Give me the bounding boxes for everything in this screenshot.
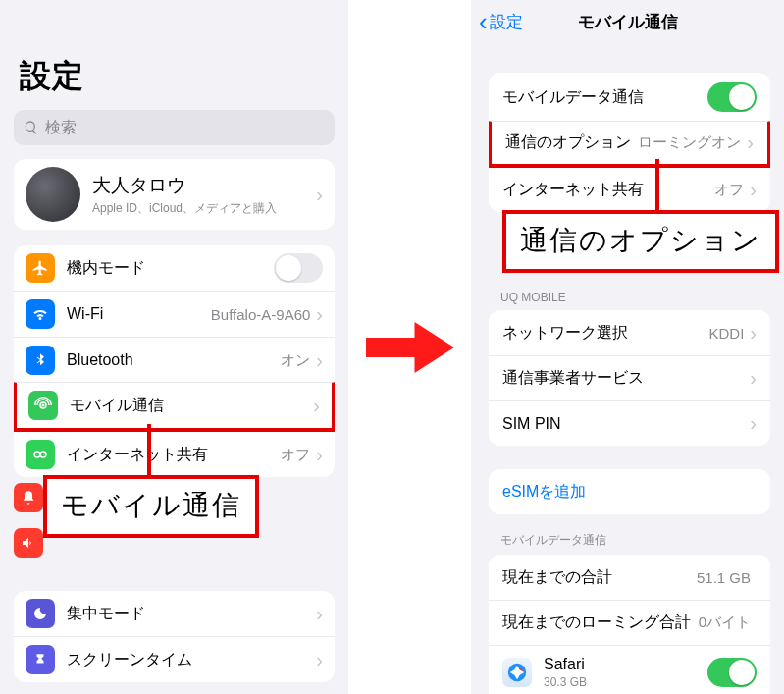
chevron-right-icon: ›	[316, 604, 323, 623]
airplane-label: 機内モード	[67, 258, 274, 279]
carrier-services-label: 通信事業者サービス	[502, 368, 750, 389]
safari-toggle[interactable]	[707, 658, 757, 687]
sim-pin-row[interactable]: SIM PIN ›	[489, 400, 770, 446]
carrier-services-row[interactable]: 通信事業者サービス ›	[489, 355, 770, 400]
chevron-right-icon: ›	[750, 322, 757, 345]
bluetooth-row[interactable]: Bluetooth オン ›	[14, 337, 335, 383]
page-title: 設定	[14, 45, 335, 110]
bluetooth-value: オン	[281, 351, 310, 370]
search-input[interactable]: 検索	[14, 110, 335, 145]
nav-title: モバイル通信	[578, 11, 678, 33]
callout-options: 通信のオプション	[502, 210, 779, 273]
usage-roaming-value: 0バイト	[699, 614, 751, 632]
cellular-data-label: モバイルデータ通信	[502, 87, 707, 108]
notifications-icon	[14, 483, 43, 512]
focus-group: 集中モード › スクリーンタイム ›	[14, 591, 335, 682]
chevron-right-icon: ›	[316, 304, 323, 324]
hotspot-icon	[26, 440, 55, 469]
cellular-data-row[interactable]: モバイルデータ通信	[489, 73, 770, 122]
svg-point-2	[40, 452, 46, 457]
hotspot-label: インターネット共有	[502, 180, 714, 200]
usage-total-row: 現在までの合計 51.1 GB	[489, 555, 770, 600]
usage-roaming-row: 現在までのローミング合計 0バイト	[489, 600, 770, 645]
data-options-label: 通信のオプション	[505, 133, 638, 153]
chevron-right-icon: ›	[750, 412, 757, 435]
add-esim-label: eSIMを追加	[502, 482, 757, 503]
hotspot-value: オフ	[714, 181, 744, 199]
chevron-right-icon: ›	[750, 367, 757, 390]
data-options-row[interactable]: 通信のオプション ローミングオン ›	[489, 121, 770, 168]
usage-safari-row[interactable]: Safari 30.3 GB	[489, 645, 770, 694]
network-value: KDDI	[708, 325, 744, 342]
usage-total-value: 51.1 GB	[697, 569, 751, 586]
wifi-icon	[26, 299, 55, 329]
profile-name: 大人タロウ	[92, 173, 316, 198]
network-selection-row[interactable]: ネットワーク選択 KDDI ›	[489, 310, 770, 355]
cellular-row[interactable]: モバイル通信 ›	[14, 382, 335, 432]
safari-icon	[502, 658, 532, 687]
chevron-right-icon: ›	[316, 650, 323, 669]
safari-size: 30.3 GB	[544, 675, 707, 689]
chevron-right-icon: ›	[750, 179, 757, 201]
arrow-divider	[348, 0, 471, 694]
connectivity-group: 機内モード Wi-Fi Buffalo-A-9A60 › Bluetooth	[14, 245, 335, 477]
hotspot-label: インターネット共有	[67, 445, 281, 465]
airplane-mode-row[interactable]: 機内モード	[14, 245, 335, 291]
sounds-icon	[14, 528, 43, 558]
search-placeholder: 検索	[45, 118, 77, 138]
search-icon	[24, 120, 39, 135]
airplane-toggle[interactable]	[274, 253, 323, 283]
focus-label: 集中モード	[67, 604, 316, 624]
usage-roaming-label: 現在までのローミング合計	[502, 613, 699, 633]
chevron-right-icon: ›	[316, 185, 323, 204]
carrier-header: UQ MOBILE	[489, 273, 770, 310]
hourglass-icon	[26, 645, 55, 674]
airplane-icon	[26, 253, 55, 283]
chevron-left-icon: ‹	[479, 7, 488, 37]
avatar	[26, 167, 80, 222]
settings-screen: 設定 検索 大人タロウ Apple ID、iCloud、メディアと購入 ›	[0, 0, 348, 694]
chevron-right-icon: ›	[313, 396, 320, 415]
svg-point-0	[42, 404, 45, 407]
nav-bar: ‹ 設定 モバイル通信	[471, 0, 784, 43]
hotspot-value: オフ	[281, 446, 310, 464]
chevron-right-icon: ›	[316, 350, 323, 370]
callout-cellular: モバイル通信	[43, 475, 259, 538]
personal-hotspot-row[interactable]: インターネット共有 オフ ›	[489, 167, 770, 212]
network-label: ネットワーク選択	[502, 323, 708, 344]
focus-row[interactable]: 集中モード ›	[14, 591, 335, 636]
bluetooth-label: Bluetooth	[67, 351, 281, 369]
profile-card[interactable]: 大人タロウ Apple ID、iCloud、メディアと購入 ›	[14, 159, 335, 230]
safari-name: Safari	[544, 656, 707, 673]
chevron-right-icon: ›	[316, 445, 323, 464]
back-button[interactable]: ‹ 設定	[479, 0, 523, 43]
back-label: 設定	[490, 11, 523, 33]
cellular-data-toggle[interactable]	[707, 82, 757, 112]
screentime-label: スクリーンタイム	[67, 650, 316, 670]
wifi-row[interactable]: Wi-Fi Buffalo-A-9A60 ›	[14, 291, 335, 337]
cellular-label: モバイル通信	[70, 396, 313, 416]
usage-total-label: 現在までの合計	[502, 567, 697, 588]
moon-icon	[26, 599, 55, 628]
usage-header: モバイルデータ通信	[489, 514, 770, 555]
chevron-right-icon: ›	[747, 132, 754, 154]
wifi-value: Buffalo-A-9A60	[211, 306, 310, 323]
bluetooth-icon	[26, 346, 55, 375]
profile-sub: Apple ID、iCloud、メディアと購入	[92, 200, 316, 217]
screentime-row[interactable]: スクリーンタイム ›	[14, 636, 335, 682]
wifi-label: Wi-Fi	[67, 305, 211, 323]
arrow-right-icon	[366, 313, 454, 382]
antenna-icon	[28, 391, 58, 420]
cellular-screen: ‹ 設定 モバイル通信 モバイルデータ通信 通信のオプション ローミングオン ›…	[471, 0, 784, 694]
data-options-value: ローミングオン	[638, 133, 741, 152]
hotspot-row[interactable]: インターネット共有 オフ ›	[14, 431, 335, 477]
add-esim-row[interactable]: eSIMを追加	[489, 469, 770, 514]
sim-pin-label: SIM PIN	[502, 415, 750, 433]
svg-point-1	[34, 452, 40, 457]
